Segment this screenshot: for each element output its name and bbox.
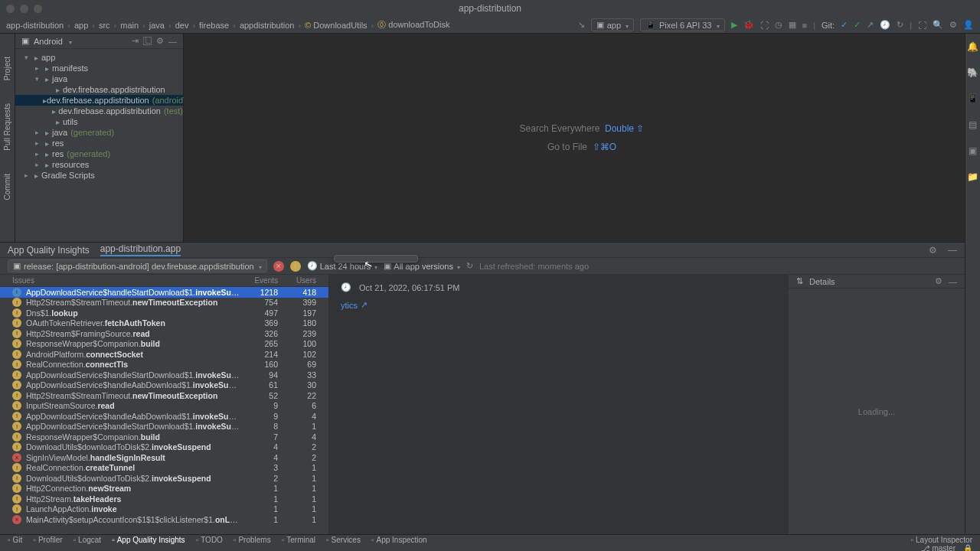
- breadcrumb-item[interactable]: appdistribution: [240, 21, 295, 30]
- tree-item[interactable]: ▾▸app: [15, 52, 183, 63]
- gradle-icon[interactable]: 🐘: [967, 67, 978, 78]
- panel-gear-icon[interactable]: ⚙: [156, 36, 164, 46]
- tree-item[interactable]: ▸▸Gradle Scripts: [15, 170, 183, 181]
- panel-hide-icon[interactable]: —: [168, 37, 177, 46]
- git-branch[interactable]: ⎇ master: [921, 544, 956, 552]
- issue-row[interactable]: !Http2Stream$FramingSource.read326239: [0, 328, 328, 339]
- issue-row[interactable]: !Http2Stream$StreamTimeout.newTimeoutExc…: [0, 390, 328, 401]
- version-dropdown-popup[interactable]: [334, 255, 418, 262]
- left-tool-commit[interactable]: Commit: [3, 174, 11, 200]
- aqi-settings-icon[interactable]: ⚙: [929, 245, 937, 256]
- debug-button[interactable]: 🐞: [743, 20, 754, 30]
- issues-list[interactable]: iAppDownloadService$handleStartDownload$…: [0, 287, 328, 534]
- issue-row[interactable]: !AppDownloadService$handleStartDownload$…: [0, 370, 328, 380]
- tree-item[interactable]: ▾▸java: [15, 73, 183, 84]
- crashlytics-link[interactable]: ytics ↗: [329, 300, 788, 310]
- vcs-push-icon[interactable]: ↗: [867, 20, 874, 30]
- filter-icon[interactable]: ⇅: [796, 276, 803, 286]
- vcs-update-icon[interactable]: ✓: [841, 20, 848, 30]
- bottom-tool-todo[interactable]: ▫ TODO: [196, 536, 223, 544]
- device-manager-icon[interactable]: 📱: [967, 93, 978, 104]
- tree-item[interactable]: ▸utils: [15, 116, 183, 127]
- resource-manager-icon[interactable]: ▤: [969, 119, 977, 130]
- bottom-tool-layout-inspector[interactable]: ▫ Layout Inspector: [911, 536, 972, 544]
- aqi-tab-app[interactable]: app-distribution.app: [100, 243, 181, 256]
- issue-row[interactable]: !RealConnection.createTunnel31: [0, 463, 328, 474]
- run-config-selector[interactable]: ▣ app: [591, 18, 634, 31]
- breadcrumb-item[interactable]: main: [120, 21, 139, 30]
- breadcrumb-item[interactable]: firebase: [199, 21, 229, 30]
- issue-row[interactable]: !LaunchAppAction.invoke11: [0, 504, 328, 515]
- issue-row[interactable]: !AppDownloadService$handleAabDownload$1.…: [0, 411, 328, 422]
- aqi-project-selector[interactable]: ▣ release: [app-distribution-android] de…: [8, 259, 267, 272]
- aqi-filter-nonfatal[interactable]: !: [290, 261, 301, 272]
- expand-icon[interactable]: ⿺: [143, 37, 152, 46]
- tree-item[interactable]: ▸dev.firebase.appdistribution(androidTes…: [15, 95, 183, 106]
- notifications-icon[interactable]: 🔔: [967, 41, 978, 52]
- device-explorer-icon[interactable]: 📁: [967, 171, 978, 182]
- coverage-button[interactable]: ⛶: [760, 21, 769, 30]
- issue-row[interactable]: iAppDownloadService$handleStartDownload$…: [0, 287, 328, 298]
- issue-row[interactable]: !ResponseWrapper$Companion.build265100: [0, 339, 328, 350]
- col-users[interactable]: Users: [278, 276, 316, 285]
- project-tree[interactable]: ▾▸app▸▸manifests▾▸java▸dev.firebase.appd…: [15, 49, 183, 184]
- issue-row[interactable]: !DownloadUtils$downloadToDisk$2.invokeSu…: [0, 473, 328, 484]
- issue-row[interactable]: !AppDownloadService$handleStartDownload$…: [0, 422, 328, 432]
- tree-item[interactable]: ▸dev.firebase.appdistribution: [15, 84, 183, 95]
- bottom-tool-problems[interactable]: ▫ Problems: [234, 536, 271, 544]
- issue-row[interactable]: !Http2Connection.newStream11: [0, 484, 328, 494]
- details-gear-icon[interactable]: ⚙: [935, 276, 942, 286]
- stop-button[interactable]: ■: [802, 21, 808, 30]
- settings-icon[interactable]: ⚙: [949, 20, 957, 30]
- select-opened-icon[interactable]: ⇥: [132, 36, 139, 46]
- breadcrumb-file[interactable]: © DownloadUtils: [305, 21, 367, 30]
- tree-item[interactable]: ▸▸res: [15, 138, 183, 148]
- bottom-tool-profiler[interactable]: ▫ Profiler: [33, 536, 62, 544]
- breadcrumbs[interactable]: app-distribution›app›src›main›java›dev›f…: [6, 19, 574, 31]
- bottom-tool-app-inspection[interactable]: ▫ App Inspection: [371, 536, 427, 544]
- device-selector[interactable]: 📱 Pixel 6 API 33: [640, 18, 725, 31]
- account-icon[interactable]: 👤: [963, 20, 974, 30]
- breadcrumb-item[interactable]: java: [149, 21, 165, 30]
- vcs-history-icon[interactable]: 🕗: [880, 20, 890, 30]
- emulator-icon[interactable]: ▣: [969, 145, 977, 156]
- details-hide-icon[interactable]: —: [949, 277, 957, 286]
- breadcrumb-item[interactable]: dev: [175, 21, 189, 30]
- variant-selector[interactable]: Android: [34, 37, 63, 46]
- profile-button[interactable]: ◷: [775, 20, 782, 30]
- breadcrumb-file[interactable]: ⓪ downloadToDisk: [377, 19, 449, 31]
- vcs-rollback-icon[interactable]: ↻: [897, 20, 903, 30]
- issue-row[interactable]: xMainActivity$setupAccountIcon$1$1$click…: [0, 514, 328, 525]
- ide-settings-icon[interactable]: ⛶: [918, 21, 926, 30]
- issue-row[interactable]: !AndroidPlatform.connectSocket214102: [0, 349, 328, 360]
- breadcrumb-item[interactable]: app-distribution: [6, 21, 64, 30]
- col-issues[interactable]: Issues: [12, 276, 240, 285]
- issue-row[interactable]: !OAuthTokenRetriever.fetchAuthToken36918…: [0, 318, 328, 329]
- aqi-tab-main[interactable]: App Quality Insights: [8, 245, 90, 256]
- bottom-tool-git[interactable]: ▫ Git: [8, 536, 22, 544]
- lock-icon[interactable]: 🔒: [963, 544, 972, 552]
- left-tool-project[interactable]: Project: [3, 57, 11, 80]
- bottom-tool-app-quality-insights[interactable]: ▫ App Quality Insights: [112, 536, 185, 544]
- tree-item[interactable]: ▸dev.firebase.appdistribution(test): [15, 106, 183, 116]
- col-events[interactable]: Events: [240, 276, 278, 285]
- issue-row[interactable]: !ResponseWrapper$Companion.build74: [0, 432, 328, 442]
- bottom-tool-terminal[interactable]: ▫ Terminal: [282, 536, 315, 544]
- issue-row[interactable]: xSignInViewModel.handleSignInResult42: [0, 452, 328, 463]
- sync-icon[interactable]: ↘: [578, 20, 585, 30]
- issue-row[interactable]: !Dns$1.lookup497197: [0, 308, 328, 318]
- issue-row[interactable]: !DownloadUtils$downloadToDisk$2.invokeSu…: [0, 442, 328, 453]
- vcs-commit-icon[interactable]: ✓: [854, 20, 861, 30]
- left-tool-pull-requests[interactable]: Pull Requests: [3, 103, 11, 151]
- search-icon[interactable]: 🔍: [933, 20, 943, 30]
- issue-row[interactable]: !Http2Stream.takeHeaders11: [0, 494, 328, 504]
- issue-row[interactable]: !RealConnection.connectTls16069: [0, 360, 328, 370]
- bottom-tool-logcat[interactable]: ▫ Logcat: [74, 536, 102, 544]
- tree-item[interactable]: ▸▸java(generated): [15, 127, 183, 138]
- breadcrumb-item[interactable]: app: [74, 21, 88, 30]
- attach-button[interactable]: ▦: [789, 20, 796, 30]
- window-controls[interactable]: [6, 5, 42, 13]
- aqi-hide-icon[interactable]: —: [948, 245, 957, 256]
- issue-row[interactable]: !Http2Stream$StreamTimeout.newTimeoutExc…: [0, 298, 328, 308]
- aqi-refresh-icon[interactable]: ↻: [466, 261, 473, 271]
